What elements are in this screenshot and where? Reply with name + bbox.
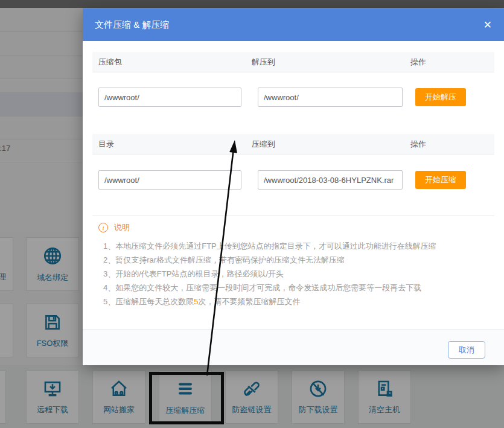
compress-to-input[interactable] — [258, 170, 403, 190]
col-archive: 压缩包 — [92, 57, 252, 68]
extract-to-input[interactable] — [258, 88, 403, 107]
instruction-item: 4、如果您的文件较大，压缩需要一段时间才可完成，命令发送成功后您需要等一段再去下… — [98, 281, 492, 295]
dialog-body: 压缩包 解压到 操作 开始解压 目录 压缩到 操作 开始压缩 — [83, 41, 504, 329]
instruction-item: 5、压缩解压每天总次数限5次，请不要频繁压缩解压文件 — [98, 295, 492, 308]
col-compress-to: 压缩到 — [252, 139, 410, 150]
col-extract-to: 解压到 — [252, 57, 410, 68]
instructions-header: i 说明 — [98, 222, 492, 233]
info-icon: i — [98, 223, 108, 232]
instruction-item: 3、开始的/代表FTP站点的根目录，路径必须以/开头 — [98, 267, 492, 281]
close-icon[interactable]: ✕ — [483, 20, 492, 30]
start-decompress-button[interactable]: 开始解压 — [415, 88, 466, 106]
instruction-item: 1、本地压缩文件必须先通过FTP上传到您站点的指定目录下，才可以通过此功能进行在… — [98, 239, 492, 253]
annotation-highlight-rectangle — [149, 372, 224, 424]
compress-form-row: 开始压缩 — [98, 170, 466, 190]
cancel-button[interactable]: 取消 — [448, 341, 485, 359]
instruction-item: 2、暂仅支持rar格式文件解压缩，带有密码保护的压缩文件无法解压缩 — [98, 253, 492, 267]
dialog-footer: 取消 — [83, 329, 504, 365]
directory-input[interactable] — [98, 170, 241, 190]
dialog-title: 文件压缩 & 解压缩 — [95, 19, 169, 31]
col-directory: 目录 — [92, 139, 252, 150]
col-action: 操作 — [410, 139, 426, 150]
dialog-header: 文件压缩 & 解压缩 ✕ — [83, 8, 504, 41]
instructions-block: i 说明 1、本地压缩文件必须先通过FTP上传到您站点的指定目录下，才可以通过此… — [98, 222, 492, 308]
start-compress-button[interactable]: 开始压缩 — [415, 171, 466, 189]
col-action: 操作 — [410, 57, 426, 68]
section-divider — [92, 216, 494, 216]
archive-path-input[interactable] — [98, 88, 241, 107]
instructions-title: 说明 — [114, 222, 130, 233]
decompress-form-row: 开始解压 — [98, 88, 466, 107]
instructions-list: 1、本地压缩文件必须先通过FTP上传到您站点的指定目录下，才可以通过此功能进行在… — [98, 239, 492, 308]
screen: 5:17 理 域名绑定 FSO权限 — [0, 0, 504, 428]
decompress-header-row: 压缩包 解压到 操作 — [92, 52, 494, 72]
compress-header-row: 目录 压缩到 操作 — [92, 134, 494, 155]
compress-dialog: 文件压缩 & 解压缩 ✕ 压缩包 解压到 操作 开始解压 目录 压缩到 操作 — [83, 8, 504, 365]
